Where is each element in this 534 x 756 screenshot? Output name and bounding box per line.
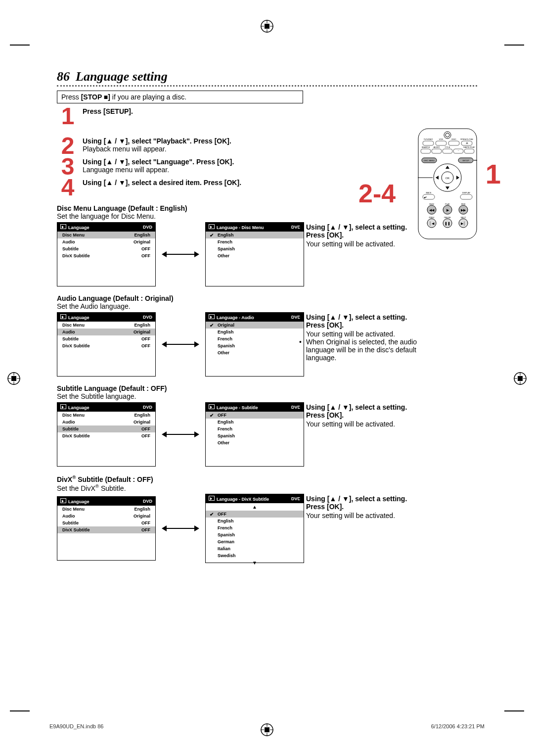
panel-row: DivX SubtitleOFF [57,526,155,533]
language-sub-panel: Language - SubtitleDVD OFFEnglishFrenchS… [205,402,304,467]
panel-row: AudioOriginal [57,419,155,425]
panel-row: DivX SubtitleOFF [57,342,155,349]
registration-mark-icon [514,372,527,385]
note-sub: Your setting will be activated. [299,240,428,248]
note-sub: Your setting will be activated. [299,330,428,338]
svg-rect-1 [265,24,269,29]
panel-row: Disc MenuEnglish [57,322,155,329]
svg-text:TV/VIDEO: TV/VIDEO [424,138,433,141]
panel-option: Original [206,322,304,329]
note-item: Using [▲ / ▼], select a setting. Press [… [299,495,428,511]
panel-row: SubtitleOFF [57,245,155,252]
panel-row: DivX SubtitleOFF [57,252,155,259]
panel-option: French [206,238,304,245]
panel-option: French [206,524,304,531]
svg-text:SEARCH: SEARCH [422,146,430,148]
crop-mark [10,710,30,711]
panel-row: Disc MenuEnglish [57,232,155,238]
svg-text:OPEN/CLOSE: OPEN/CLOSE [460,138,473,141]
svg-rect-44 [464,149,474,153]
panel-header: LanguageDVD [57,223,155,232]
registration-mark-icon [7,372,20,385]
panel-option: English [206,232,304,238]
language-sub-panel: Language - DivX SubtitleDVD OFFEnglishFr… [205,494,304,563]
panel-row: SubtitleOFF [57,520,155,526]
svg-text:TITLE: TITLE [445,146,450,148]
step-number: 4 [57,176,79,199]
disc-icon [60,224,66,229]
disc-icon [60,498,66,503]
panel-row: AudioOriginal [57,329,155,335]
section-subtitle: Subtitle Language (Default : OFF) Set th… [57,384,477,467]
crop-mark [504,710,524,711]
intro-box: Press [STOP ■] if you are playing a disc… [57,91,303,103]
panel-option: French [206,425,304,432]
section-title: Audio Language (Default : Original) [57,294,477,302]
double-arrow-icon [166,254,195,255]
notes: Using [▲ / ▼], select a setting. Press [… [299,403,428,428]
language-sub-panel: Language - Disc MenuDVD EnglishFrenchSpa… [205,222,304,286]
disc-icon [209,496,215,501]
svg-rect-36 [421,149,431,153]
panel-header: LanguageDVD [57,313,155,322]
svg-rect-13 [518,376,523,381]
remote-callout-1: 1 [486,158,501,190]
step-number: 1 [57,104,79,128]
panel-option: Other [206,252,304,259]
language-panel: LanguageDVD Disc MenuEnglishAudioOrigina… [57,222,156,286]
step-heading: Using [▲ / ▼], select "Playback". Press … [83,137,231,145]
page-title: Language setting [76,69,168,84]
panel-option: German [206,538,304,545]
svg-text:﹣: ﹣ [457,149,460,152]
svg-text:OK: OK [445,177,450,180]
panel-header: Language - SubtitleDVD [206,403,304,412]
language-panel: LanguageDVD Disc MenuEnglishAudioOrigina… [57,402,156,467]
disc-icon [209,314,215,319]
panel-option: French [206,335,304,342]
disc-icon [60,314,66,319]
svg-rect-7 [11,376,16,381]
panel-row: Disc MenuEnglish [57,412,155,419]
scroll-up-icon [206,503,304,511]
notes: Using [▲ / ▼], select a setting. Press [… [299,495,428,520]
registration-mark-icon [261,20,273,33]
step-heading: Using [▲ / ▼], select "Language". Press … [83,158,234,166]
panel-row: AudioOriginal [57,513,155,520]
remote-callout-24: 2-4 [358,179,396,208]
panel-row: SubtitleOFF [57,335,155,342]
language-panel: LanguageDVD Disc MenuEnglishAudioOrigina… [57,312,156,377]
svg-rect-38 [432,149,442,153]
section-subtitle: Set the Subtitle language. [57,392,477,400]
disc-icon [60,404,66,409]
crop-mark [10,45,30,46]
panel-row: DivX SubtitleOFF [57,432,155,439]
note-item: Using [▲ / ▼], select a setting. Press [… [299,403,428,419]
panel-header: Language - DivX SubtitleDVD [206,494,304,503]
panel-option: Italian [206,545,304,552]
svg-text:DISC: DISC [451,138,456,141]
svg-rect-29 [436,141,446,145]
panel-option: Spanish [206,432,304,439]
panel-header: LanguageDVD [57,403,155,412]
svg-text:AUDIO: AUDIO [434,146,440,148]
disc-icon [209,404,215,409]
panel-option: Spanish [206,531,304,538]
svg-rect-40 [443,149,452,153]
notes: Using [▲ / ▼], select a setting. Press [… [299,313,428,363]
panel-row: Disc MenuEnglish [57,506,155,513]
scroll-down-icon [206,559,304,567]
note-sub: Your setting will be activated. [299,420,428,428]
panel-header: Language - AudioDVD [206,313,304,322]
svg-rect-57 [460,194,472,199]
section-disc: Disc Menu Language (Default : English) S… [57,204,477,286]
section-divx: DivX® Subtitle (Default : OFF) Set the D… [57,474,477,563]
section-title: DivX® Subtitle (Default : OFF) [57,474,477,483]
footer-right: 6/12/2006 4:23:21 PM [431,723,485,729]
svg-text:≜: ≜ [466,142,468,145]
note-item: When Original is selected, the audio lan… [299,338,428,362]
page-number: 86 [57,69,70,84]
crop-mark [504,45,524,46]
intro-stop: [STOP ■] [81,93,110,101]
panel-row: SubtitleOFF [57,425,155,432]
section-title: Disc Menu Language (Default : English) [57,204,477,212]
